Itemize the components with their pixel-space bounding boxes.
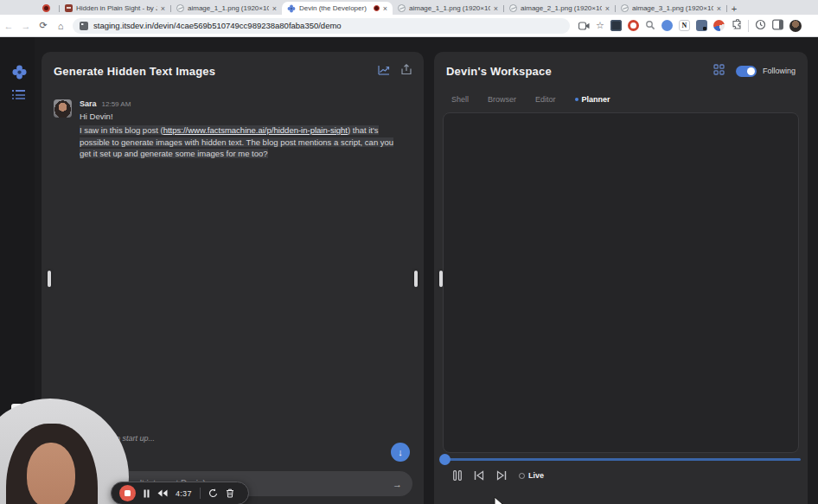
forward-icon[interactable]: →	[17, 21, 35, 31]
tab-aimage-3-1[interactable]: aimage_3_1.png (1920×1080) ×	[616, 2, 726, 15]
resize-handle-right[interactable]	[439, 271, 443, 287]
activity-chart-icon[interactable]	[378, 63, 390, 79]
browser-tabstrip: Hidden in Plain Sight - by Jer × aimage_…	[0, 0, 818, 15]
address-bar[interactable]: staging.itsdev.in/devin/4cae569b510749cc…	[73, 18, 570, 34]
extensions-puzzle-icon[interactable]	[731, 18, 742, 34]
following-toggle[interactable]	[736, 66, 757, 77]
chat-panel-header: Generate Hidden Text Images	[42, 52, 424, 79]
tab-shell[interactable]: Shell	[451, 95, 469, 104]
back-icon[interactable]: ←	[0, 21, 17, 31]
stop-icon	[125, 490, 131, 496]
extension-icon-pinwheel[interactable]	[713, 20, 725, 31]
workspace-title: Devin's Workspace	[446, 65, 713, 78]
close-icon[interactable]: ×	[383, 4, 387, 13]
bookmark-star-icon[interactable]: ☆	[596, 20, 604, 31]
close-icon[interactable]: ×	[494, 4, 498, 13]
message-header: Sara 12:59 AM	[80, 99, 412, 108]
grid-layout-icon[interactable]	[713, 63, 725, 79]
skip-back-button[interactable]	[474, 470, 484, 481]
resize-handle-left[interactable]	[48, 271, 51, 287]
blog-post-link[interactable]: https://www.factsmachine.ai/p/hidden-in-…	[163, 125, 348, 135]
message-greeting: Hi Devin!	[80, 112, 412, 121]
workspace-header: Devin's Workspace Following	[434, 52, 808, 79]
tab-aimage-1-1-a[interactable]: aimage_1_1.png (1920×1080) ×	[171, 2, 282, 15]
tab-title: aimage_2_1.png (1920×1080)	[521, 4, 602, 12]
following-label: Following	[763, 67, 796, 75]
extension-icon-notion[interactable]: N	[679, 20, 690, 31]
tab-aimage-2-1[interactable]: aimage_2_1.png (1920×1080) ×	[504, 2, 615, 15]
delete-recording-icon[interactable]	[226, 488, 234, 498]
history-clock-icon[interactable]	[755, 18, 766, 34]
devin-logo-icon[interactable]	[12, 65, 27, 80]
send-icon[interactable]: →	[393, 479, 402, 489]
tab-label: Planner	[582, 95, 610, 104]
tab-devin-active[interactable]: Devin (the Developer) ×	[282, 2, 393, 15]
close-icon[interactable]: ×	[272, 4, 277, 13]
rewind-icon[interactable]	[157, 489, 168, 497]
message-body: I saw in this blog post (https://www.fac…	[80, 124, 406, 160]
webcam-person-face	[27, 443, 75, 504]
resize-handle-middle[interactable]	[414, 271, 418, 287]
tab-capture-icon[interactable]	[578, 18, 590, 34]
tab-editor[interactable]: Editor	[535, 95, 556, 104]
stop-recording-button[interactable]	[119, 485, 136, 501]
skip-forward-button[interactable]	[496, 470, 507, 481]
profile-avatar[interactable]	[789, 20, 802, 32]
site-info-icon[interactable]	[80, 22, 88, 30]
restart-recording-icon[interactable]	[208, 488, 218, 498]
browser-toolbar: ← → ⟳ ⌂ staging.itsdev.in/devin/4cae569b…	[0, 15, 818, 37]
extension-icon-blue[interactable]	[661, 20, 673, 31]
playback-progress-bar[interactable]	[443, 458, 801, 461]
message-author: Sara	[80, 99, 97, 108]
pause-recording-button[interactable]	[144, 489, 150, 498]
extension-icon-lock[interactable]	[696, 20, 707, 31]
reload-icon[interactable]: ⟳	[35, 20, 52, 31]
tab-title: aimage_1_1.png (1920×1080)	[409, 4, 490, 12]
image-favicon	[176, 4, 184, 12]
image-favicon	[398, 4, 406, 12]
side-panel-icon[interactable]	[772, 18, 783, 34]
close-icon[interactable]: ×	[161, 4, 165, 13]
close-icon[interactable]: ×	[605, 4, 610, 13]
scroll-to-bottom-button[interactable]: ↓	[391, 443, 410, 462]
session-list-icon[interactable]	[12, 89, 25, 99]
image-favicon	[621, 4, 629, 12]
pause-button[interactable]	[453, 470, 462, 481]
home-icon[interactable]: ⌂	[52, 21, 69, 31]
tab-title: aimage_1_1.png (1920×1080)	[188, 4, 269, 12]
tab-browser[interactable]: Browser	[488, 95, 516, 104]
tab-label: Shell	[451, 95, 469, 104]
live-dot-icon	[519, 473, 525, 479]
user-avatar	[54, 99, 72, 118]
tab-label: Editor	[535, 95, 556, 104]
playback-scrubber-handle[interactable]	[439, 454, 451, 465]
chat-header-icons	[378, 63, 412, 79]
active-dot-icon	[575, 98, 578, 101]
tab-title: aimage_3_1.png (1920×1080)	[632, 4, 713, 12]
substack-favicon	[65, 4, 73, 12]
recorder-toolbar: 4:37	[111, 482, 249, 504]
new-tab-button[interactable]: +	[727, 2, 741, 15]
extension-icon-magnifier[interactable]	[645, 18, 655, 34]
toolbar-right: ☆ N	[578, 18, 802, 34]
workspace-header-icons: Following	[713, 63, 796, 79]
close-icon[interactable]: ×	[717, 4, 721, 13]
live-label: Live	[528, 471, 544, 480]
message-text: I saw in this blog post (	[80, 125, 163, 135]
playback-controls: Live	[453, 469, 544, 482]
arrow-down-icon: ↓	[398, 447, 403, 457]
tab-title: Hidden in Plain Sight - by Jer	[76, 4, 157, 12]
share-icon[interactable]	[401, 63, 412, 79]
tab-aimage-1-1-b[interactable]: aimage_1_1.png (1920×1080) ×	[393, 2, 503, 15]
tab-planner[interactable]: Planner	[575, 95, 610, 104]
screen: Hidden in Plain Sight - by Jer × aimage_…	[0, 0, 818, 504]
extension-icon-1[interactable]	[610, 20, 622, 31]
tab-blog-post[interactable]: Hidden in Plain Sight - by Jer ×	[60, 2, 170, 15]
record-icon	[42, 4, 50, 12]
mouse-cursor	[494, 496, 504, 504]
extension-icon-opera[interactable]	[628, 20, 639, 31]
recording-indicator-pinned[interactable]	[33, 2, 59, 15]
tab-recording-dot-icon	[374, 5, 380, 11]
recorder-divider	[200, 488, 201, 499]
live-button[interactable]: Live	[519, 471, 544, 480]
